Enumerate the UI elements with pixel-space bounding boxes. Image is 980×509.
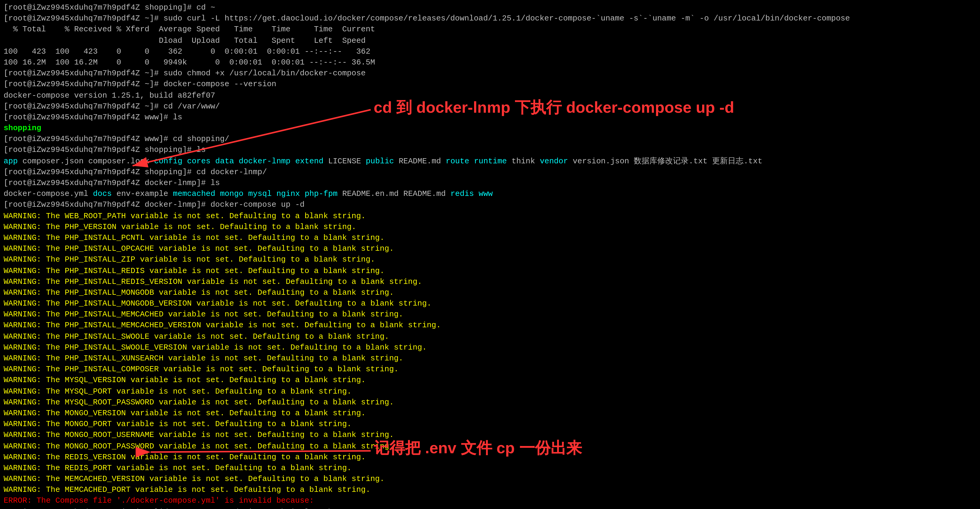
terminal-line: services.memcached.ports is invalid: Por… xyxy=(4,507,976,509)
terminal-line: WARNING: The PHP_VERSION variable is not… xyxy=(4,222,976,233)
terminal: [root@iZwz9945xduhq7m7h9pdf4Z shopping]#… xyxy=(0,0,980,509)
terminal-line: WARNING: The MONGO_ROOT_USERNAME variabl… xyxy=(4,430,976,441)
terminal-line: WARNING: The PHP_INSTALL_MONGODB variabl… xyxy=(4,288,976,298)
terminal-line: WARNING: The PHP_INSTALL_MEMCACHED_VERSI… xyxy=(4,320,976,331)
terminal-line: [root@iZwz9945xduhq7m7h9pdf4Z shopping]#… xyxy=(4,145,976,156)
terminal-line: WARNING: The MEMCACHED_PORT variable is … xyxy=(4,485,976,496)
terminal-line: WARNING: The PHP_INSTALL_SWOOLE variable… xyxy=(4,331,976,342)
terminal-line: WARNING: The REDIS_VERSION variable is n… xyxy=(4,452,976,463)
terminal-line: WARNING: The WEB_ROOT_PATH variable is n… xyxy=(4,211,976,221)
terminal-line: WARNING: The PHP_INSTALL_PCNTL variable … xyxy=(4,233,976,243)
terminal-line: [root@iZwz9945xduhq7m7h9pdf4Z ~]# cd /va… xyxy=(4,101,976,112)
terminal-line: 100 423 100 423 0 0 362 0 0:00:01 0:00:0… xyxy=(4,46,976,57)
terminal-line: [root@iZwz9945xduhq7m7h9pdf4Z docker-lnm… xyxy=(4,200,976,211)
terminal-line: [root@iZwz9945xduhq7m7h9pdf4Z ~]# sudo c… xyxy=(4,68,976,79)
terminal-line: WARNING: The MYSQL_PORT variable is not … xyxy=(4,386,976,397)
terminal-line: WARNING: The REDIS_PORT variable is not … xyxy=(4,463,976,474)
terminal-line: WARNING: The PHP_INSTALL_OPCACHE variabl… xyxy=(4,243,976,254)
terminal-line: WARNING: The MONGO_ROOT_PASSWORD variabl… xyxy=(4,441,976,452)
terminal-line: % Total % Received % Xferd Average Speed… xyxy=(4,24,976,35)
terminal-line: WARNING: The MEMCACHED_VERSION variable … xyxy=(4,474,976,485)
terminal-line: [root@iZwz9945xduhq7m7h9pdf4Z shopping]#… xyxy=(4,167,976,178)
terminal-line: WARNING: The PHP_INSTALL_REDIS variable … xyxy=(4,266,976,276)
terminal-line: [root@iZwz9945xduhq7m7h9pdf4Z www]# ls xyxy=(4,112,976,123)
terminal-line: shopping xyxy=(4,123,976,134)
terminal-line: WARNING: The PHP_INSTALL_ZIP variable is… xyxy=(4,254,976,266)
terminal-line: WARNING: The PHP_INSTALL_MONGODB_VERSION… xyxy=(4,298,976,309)
terminal-line: WARNING: The PHP_INSTALL_REDIS_VERSION v… xyxy=(4,276,976,287)
terminal-line: docker-compose.yml docs env-example memc… xyxy=(4,189,976,199)
terminal-line: WARNING: The PHP_INSTALL_SWOOLE_VERSION … xyxy=(4,342,976,353)
terminal-line: [root@iZwz9945xduhq7m7h9pdf4Z ~]# docker… xyxy=(4,79,976,90)
terminal-line: Dload Upload Total Spent Left Speed xyxy=(4,35,976,46)
terminal-line: WARNING: The MYSQL_VERSION variable is n… xyxy=(4,375,976,386)
terminal-line: WARNING: The PHP_INSTALL_MEMCACHED varia… xyxy=(4,310,976,320)
terminal-line: [root@iZwz9945xduhq7m7h9pdf4Z docker-lnm… xyxy=(4,178,976,189)
terminal-line: WARNING: The MONGO_PORT variable is not … xyxy=(4,419,976,430)
terminal-line: WARNING: The PHP_INSTALL_COMPOSER variab… xyxy=(4,364,976,375)
terminal-line: app composer.json composer.lock config c… xyxy=(4,156,976,167)
terminal-line: docker-compose version 1.25.1, build a82… xyxy=(4,90,976,101)
terminal-line: [root@iZwz9945xduhq7m7h9pdf4Z www]# cd s… xyxy=(4,134,976,145)
terminal-line: [root@iZwz9945xduhq7m7h9pdf4Z shopping]#… xyxy=(4,2,976,13)
terminal-line: WARNING: The MYSQL_ROOT_PASSWORD variabl… xyxy=(4,397,976,408)
terminal-line: [root@iZwz9945xduhq7m7h9pdf4Z ~]# sudo c… xyxy=(4,13,976,24)
terminal-line: ERROR: The Compose file './docker-compos… xyxy=(4,496,976,507)
terminal-line: WARNING: The MONGO_VERSION variable is n… xyxy=(4,408,976,419)
terminal-line: 100 16.2M 100 16.2M 0 0 9949k 0 0:00:01 … xyxy=(4,57,976,68)
terminal-line: WARNING: The PHP_INSTALL_XUNSEARCH varia… xyxy=(4,353,976,364)
